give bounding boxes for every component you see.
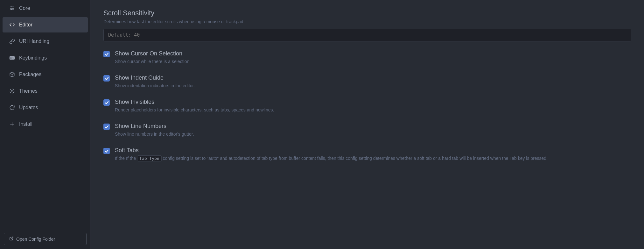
sliders-icon [9,5,15,11]
sidebar-item-install-label: Install [19,121,32,127]
checkbox-soft-tabs[interactable] [103,148,110,154]
sidebar-item-themes-label: Themes [19,88,38,94]
checkbox-wrapper-invisibles [103,99,110,106]
sidebar-item-packages-label: Packages [19,72,41,77]
main-content: Scroll Sensitivity Determines how fast t… [91,0,644,249]
link-icon [9,38,15,45]
svg-line-18 [11,237,13,239]
show-cursor-label: Show Cursor On Selection [115,50,191,57]
setting-text-indent: Show Indent Guide Show indentation indic… [115,75,195,89]
sidebar-item-editor-label: Editor [19,22,32,28]
show-indent-label: Show Indent Guide [115,75,195,81]
show-cursor-description: Show cursor while there is a selection. [115,58,191,65]
checkbox-wrapper-cursor [103,51,110,57]
svg-point-15 [11,90,13,92]
soft-tabs-description: If the If the Tab Type config setting is… [115,155,548,162]
plus-icon [9,121,15,127]
svg-point-4 [13,8,14,9]
svg-point-3 [11,6,12,7]
setting-text-line-numbers: Show Line Numbers Show line numbers in t… [115,123,194,138]
checkbox-show-cursor-on-selection[interactable] [103,51,110,57]
scroll-sensitivity-title: Scroll Sensitivity [103,0,631,17]
checkbox-wrapper-line-numbers [103,124,110,130]
checkbox-show-invisibles[interactable] [103,99,110,106]
setting-text-cursor: Show Cursor On Selection Show cursor whi… [115,50,191,65]
soft-tabs-desc-after: config setting is set to "auto" and auto… [163,156,548,161]
setting-show-invisibles: Show Invisibles Render placeholders for … [103,99,631,113]
sidebar-item-keybindings[interactable]: Keybindings [3,50,88,66]
scroll-sensitivity-input[interactable] [103,29,631,41]
setting-text-invisibles: Show Invisibles Render placeholders for … [115,99,274,113]
checkbox-wrapper-soft-tabs [103,148,110,154]
show-invisibles-description: Render placeholders for invisible charac… [115,107,274,113]
sidebar-item-core-label: Core [19,5,30,11]
sidebar-item-core[interactable]: Core [3,1,88,16]
sidebar-item-updates-label: Updates [19,105,38,110]
sidebar-item-themes[interactable]: Themes [3,83,88,99]
svg-point-5 [11,9,12,10]
sidebar: Core Editor URI Handling [0,0,91,249]
setting-show-cursor-on-selection: Show Cursor On Selection Show cursor whi… [103,50,631,65]
setting-show-indent-guide: Show Indent Guide Show indentation indic… [103,75,631,89]
sidebar-item-packages[interactable]: Packages [3,67,88,82]
setting-show-line-numbers: Show Line Numbers Show line numbers in t… [103,123,631,138]
open-config-folder-button[interactable]: Open Config Folder [4,233,87,245]
soft-tabs-label: Soft Tabs [115,147,548,154]
code-icon [9,22,15,28]
svg-rect-6 [10,57,15,60]
external-link-icon [9,236,14,242]
sidebar-item-editor[interactable]: Editor [3,17,88,32]
theme-icon [9,88,15,94]
checkbox-show-line-numbers[interactable] [103,124,110,130]
keyboard-icon [9,55,15,61]
sidebar-item-install[interactable]: Install [3,117,88,132]
scroll-sensitivity-description: Determines how fast the editor scrolls w… [103,19,631,24]
sidebar-item-updates[interactable]: Updates [3,100,88,115]
show-line-numbers-description: Show line numbers in the editor's gutter… [115,131,194,138]
tab-type-code: Tab Type [137,155,162,161]
setting-soft-tabs: Soft Tabs If the If the Tab Type config … [103,147,631,162]
show-indent-description: Show indentation indicators in the edito… [115,82,195,89]
checkbox-show-indent-guide[interactable] [103,75,110,82]
open-config-label: Open Config Folder [16,237,55,242]
sidebar-item-keybindings-label: Keybindings [19,55,47,61]
updates-icon [9,104,15,111]
package-icon [9,71,15,78]
sidebar-item-uri-handling[interactable]: URI Handling [3,34,88,49]
show-invisibles-label: Show Invisibles [115,99,274,105]
checkbox-wrapper-indent [103,75,110,82]
setting-text-soft-tabs: Soft Tabs If the If the Tab Type config … [115,147,548,162]
sidebar-item-uri-label: URI Handling [19,39,49,44]
show-line-numbers-label: Show Line Numbers [115,123,194,130]
